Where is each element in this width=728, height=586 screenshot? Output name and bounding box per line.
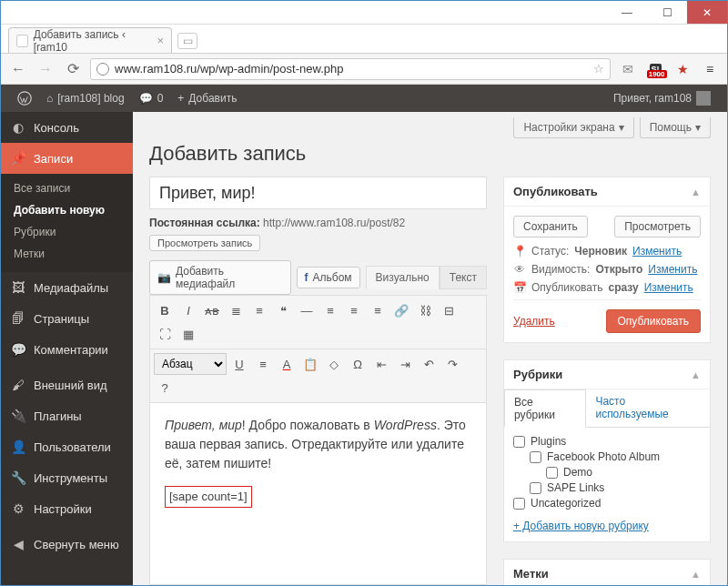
chevron-down-icon: ▾: [695, 121, 701, 134]
add-media-button[interactable]: 📷Добавить медиафайл: [149, 260, 291, 295]
globe-icon: [96, 63, 109, 76]
nav-back-button[interactable]: ←: [8, 59, 28, 79]
menu-pages[interactable]: 🗐Страницы: [1, 303, 133, 334]
help-icon-button[interactable]: ?: [154, 377, 176, 399]
window-maximize[interactable]: ☐: [647, 1, 687, 24]
window-minimize[interactable]: —: [607, 1, 647, 24]
fullscreen-button[interactable]: ⛶: [154, 323, 176, 345]
tags-box-title: Метки: [513, 567, 549, 581]
window-close[interactable]: ✕: [687, 1, 727, 24]
align-center-button[interactable]: ≡: [343, 299, 365, 321]
menu-collapse[interactable]: ◀Свернуть меню: [1, 529, 133, 560]
add-category-link[interactable]: + Добавить новую рубрику: [513, 520, 649, 532]
new-tab-button[interactable]: ▭: [177, 33, 197, 49]
cat-tab-all[interactable]: Все рубрики: [504, 389, 586, 428]
cat-item[interactable]: Facebook Photo Album: [530, 450, 701, 463]
cat-checkbox[interactable]: [530, 451, 541, 463]
menu-comments[interactable]: 💬Комментарии: [1, 334, 133, 365]
edit-status-link[interactable]: Изменить: [632, 245, 682, 258]
browser-tab[interactable]: Добавить запись ‹ [ram10 ×: [8, 27, 172, 53]
wp-logo[interactable]: [10, 85, 39, 112]
eye-icon: 👁: [513, 263, 526, 276]
cat-item[interactable]: Plugins: [513, 435, 701, 448]
ol-button[interactable]: ≡: [248, 299, 270, 321]
indent-button[interactable]: ⇥: [394, 353, 416, 375]
cat-checkbox[interactable]: [546, 467, 558, 479]
album-button[interactable]: fАльбом: [297, 267, 360, 288]
nav-reload-button[interactable]: ⟳: [63, 59, 83, 79]
menu-appearance[interactable]: 🖌Внешний вид: [1, 369, 133, 400]
editor-content[interactable]: Привет, мир! Добро пожаловать в WordPres…: [149, 403, 487, 585]
more-button[interactable]: ⊟: [438, 299, 460, 321]
textcolor-button[interactable]: A: [276, 353, 298, 375]
kitchen-sink-button[interactable]: ▦: [177, 323, 199, 345]
screen-options-button[interactable]: Настройки экрана▾: [513, 117, 633, 138]
quote-button[interactable]: ❝: [272, 299, 294, 321]
bold-button[interactable]: B: [154, 299, 176, 321]
ext-sl-icon[interactable]: S!1900: [645, 59, 665, 79]
cat-tab-popular[interactable]: Часто используемые: [586, 389, 710, 427]
adminbar-site[interactable]: ⌂[ram108] blog: [39, 85, 132, 112]
ul-button[interactable]: ≣: [225, 299, 247, 321]
browser-menu-icon[interactable]: ≡: [700, 59, 720, 79]
tab-close-icon[interactable]: ×: [157, 34, 164, 47]
save-draft-button[interactable]: Сохранить: [513, 216, 588, 237]
ext-star-icon[interactable]: ★: [672, 59, 693, 79]
browser-tabstrip: Добавить запись ‹ [ram10 × ▭: [1, 25, 727, 54]
align-right-button[interactable]: ≡: [367, 299, 389, 321]
underline-button[interactable]: U: [228, 353, 250, 375]
tab-visual[interactable]: Визуально: [366, 266, 440, 289]
link-button[interactable]: 🔗: [390, 299, 412, 321]
italic-button[interactable]: I: [177, 299, 199, 321]
address-bar[interactable]: www.ram108.ru/wp/wp-admin/post-new.php ☆: [90, 58, 611, 80]
outdent-button[interactable]: ⇤: [370, 353, 392, 375]
adminbar-comments[interactable]: 💬0: [132, 85, 171, 112]
cat-item[interactable]: SAPE Links: [530, 481, 701, 494]
box-toggle-icon[interactable]: ▲: [691, 569, 701, 580]
submenu-categories[interactable]: Рубрики: [1, 221, 133, 243]
box-toggle-icon[interactable]: ▲: [691, 187, 701, 197]
unlink-button[interactable]: ⛓: [414, 299, 436, 321]
box-toggle-icon[interactable]: ▲: [691, 369, 701, 380]
cat-checkbox[interactable]: [513, 498, 525, 510]
help-button[interactable]: Помощь▾: [640, 117, 711, 138]
ext-mail-icon[interactable]: ✉: [618, 59, 638, 79]
tab-text[interactable]: Текст: [440, 266, 487, 289]
adminbar-add[interactable]: +Добавить: [170, 85, 244, 112]
nav-forward-button[interactable]: →: [35, 59, 56, 79]
post-title-input[interactable]: [149, 177, 487, 209]
publish-button[interactable]: Опубликовать: [606, 309, 701, 333]
menu-plugins[interactable]: 🔌Плагины: [1, 400, 133, 431]
edit-schedule-link[interactable]: Изменить: [644, 281, 693, 294]
cat-item[interactable]: Demo: [546, 466, 701, 479]
redo-button[interactable]: ↷: [441, 353, 463, 375]
undo-button[interactable]: ↶: [418, 353, 440, 375]
pin-icon: 📌: [10, 150, 26, 167]
preview-button[interactable]: Просмотреть: [614, 216, 701, 237]
paste-text-button[interactable]: 📋: [299, 353, 321, 375]
format-select[interactable]: Абзац: [154, 353, 227, 375]
cat-checkbox[interactable]: [530, 482, 541, 494]
submenu-all-posts[interactable]: Все записи: [1, 177, 133, 199]
menu-settings[interactable]: ⚙Настройки: [1, 493, 133, 524]
menu-media[interactable]: 🖾Медиафайлы: [1, 272, 133, 303]
menu-users[interactable]: 👤Пользователи: [1, 431, 133, 462]
edit-visibility-link[interactable]: Изменить: [648, 263, 697, 276]
submenu-add-post[interactable]: Добавить новую: [1, 199, 133, 221]
bookmark-star-icon[interactable]: ☆: [593, 62, 604, 76]
cat-item[interactable]: Uncategorized: [513, 497, 701, 510]
strike-button[interactable]: ᴀʙ: [201, 299, 223, 321]
adminbar-account[interactable]: Привет, ram108: [606, 85, 718, 112]
menu-dashboard[interactable]: ◐Консоль: [1, 112, 133, 143]
align-left-button[interactable]: ≡: [319, 299, 341, 321]
view-post-button[interactable]: Просмотреть запись: [149, 235, 260, 251]
justify-button[interactable]: ≡: [252, 353, 274, 375]
submenu-tags[interactable]: Метки: [1, 243, 133, 265]
cat-checkbox[interactable]: [513, 436, 525, 448]
delete-link[interactable]: Удалить: [513, 315, 555, 328]
charmap-button[interactable]: Ω: [347, 353, 369, 375]
clear-format-button[interactable]: ◇: [323, 353, 345, 375]
menu-posts[interactable]: 📌Записи: [1, 143, 133, 174]
hr-button[interactable]: —: [296, 299, 318, 321]
menu-tools[interactable]: 🔧Инструменты: [1, 462, 133, 493]
